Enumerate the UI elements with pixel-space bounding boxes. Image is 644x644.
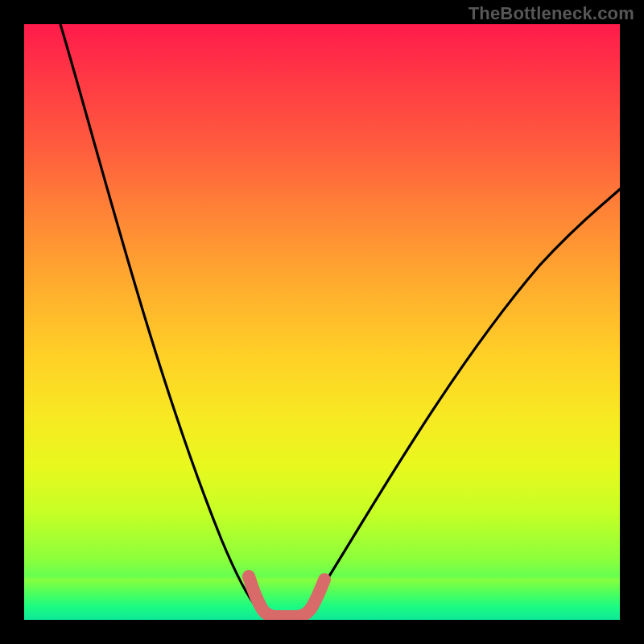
watermark-text: TheBottleneck.com [469, 3, 634, 24]
chart-frame: TheBottleneck.com [0, 0, 644, 644]
plot-area [24, 24, 620, 620]
bottleneck-curve [60, 24, 620, 616]
optimal-marker [249, 576, 324, 617]
curve-layer [24, 24, 620, 620]
